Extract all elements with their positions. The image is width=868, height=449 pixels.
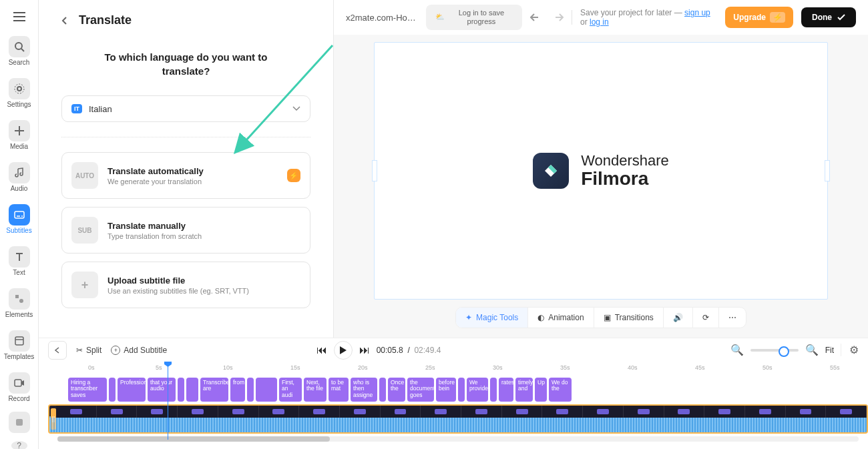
subtitle-clip[interactable]: timely and <box>515 378 533 402</box>
subtitle-clip[interactable]: that your audio <box>148 378 176 402</box>
ruler-tick: 40s <box>628 364 638 371</box>
zoom-in-button[interactable]: 🔍 <box>805 344 819 356</box>
time-ruler: 0s5s10s15s20s25s30s35s40s45s50s55s1m <box>48 364 868 374</box>
subtitle-clip[interactable]: before bein <box>436 378 456 402</box>
subtitle-clip[interactable] <box>256 378 277 402</box>
option-subtitle: We generate your translation <box>107 177 278 185</box>
ruler-tick: 45s <box>695 364 705 371</box>
back-button[interactable] <box>60 16 69 25</box>
done-button[interactable]: Done <box>801 7 856 27</box>
auto-thumb: AUTO <box>71 162 98 189</box>
fit-button[interactable]: Fit <box>825 346 834 355</box>
subtitle-clip[interactable] <box>490 378 497 402</box>
play-button[interactable] <box>334 341 353 360</box>
record-icon <box>9 372 30 394</box>
sidebar-item-audio[interactable]: Audio <box>0 158 38 196</box>
sidebar-item-settings[interactable]: Settings <box>0 74 38 112</box>
sidebar-item-elements[interactable]: Elements <box>0 284 38 322</box>
volume-button[interactable]: 🔊 <box>664 308 693 328</box>
zoom-out-button[interactable]: 🔍 <box>730 344 744 356</box>
subtitle-clip[interactable]: rates <box>499 378 513 402</box>
sidebar-item-search[interactable]: Search <box>0 32 38 70</box>
login-link[interactable]: log in <box>590 17 609 27</box>
subtitle-track[interactable]: Hiring a transcriber savesProfessionalth… <box>48 378 868 402</box>
translate-manual-option[interactable]: SUB Translate manually Type translation … <box>61 207 310 254</box>
sidebar-label: Elements <box>5 311 33 318</box>
animation-icon: ◐ <box>537 313 544 322</box>
sidebar-label: Record <box>8 395 29 402</box>
subtitle-clip[interactable]: Hiring a transcriber saves <box>68 378 107 402</box>
preview-area: x2mate.com-How to... ⛅ Log in to save pr… <box>334 0 868 338</box>
subtitle-clip[interactable]: from <box>230 378 245 402</box>
subtitle-clip[interactable] <box>186 378 198 402</box>
subtitle-clip[interactable] <box>379 378 386 402</box>
login-chip[interactable]: ⛅ Log in to save progress <box>426 5 522 30</box>
speed-icon: ⟳ <box>702 313 709 322</box>
subtitle-clip[interactable] <box>109 378 116 402</box>
upload-thumb: + <box>71 272 98 298</box>
video-track[interactable]: || <box>48 404 868 434</box>
subtitle-clip[interactable]: First, an audi <box>279 378 302 402</box>
add-subtitle-button[interactable]: +Add Subtitle <box>111 346 167 355</box>
sub-thumb: SUB <box>71 217 98 244</box>
svg-point-0 <box>15 43 22 49</box>
timeline[interactable]: 0s5s10s15s20s25s30s35s40s45s50s55s1m Hir… <box>39 362 868 449</box>
sidebar-item-media[interactable]: Media <box>0 116 38 154</box>
collapse-button[interactable] <box>48 341 67 360</box>
check-icon <box>837 14 845 21</box>
sidebar-item-text[interactable]: Text <box>0 242 38 280</box>
subtitle-clip[interactable]: Transcribers are <box>200 378 228 402</box>
svg-point-2 <box>15 84 24 93</box>
animation-button[interactable]: ◐Animation <box>528 308 594 328</box>
lang-badge: IT <box>71 104 82 113</box>
undo-button[interactable] <box>530 13 542 22</box>
sidebar-item-record[interactable]: Record <box>0 368 38 406</box>
subtitle-clip[interactable]: to be mat <box>329 378 349 402</box>
skip-forward-button[interactable]: ⏭ <box>359 344 370 356</box>
gear-icon <box>9 78 30 99</box>
zoom-slider[interactable] <box>750 349 799 352</box>
skip-back-button[interactable]: ⏮ <box>316 344 327 356</box>
upload-subtitle-option[interactable]: + Upload subtitle file Use an existing s… <box>61 262 310 308</box>
subtitle-clip[interactable] <box>178 378 184 402</box>
chevron-down-icon <box>292 106 300 111</box>
preview-canvas[interactable]: Wondershare Filmora <box>374 42 828 300</box>
svg-point-1 <box>17 87 21 91</box>
bolt-icon: ⚡ <box>770 12 785 23</box>
transitions-icon: ▣ <box>604 313 611 322</box>
upgrade-button[interactable]: Upgrade⚡ <box>725 7 793 28</box>
sidebar-item-subtitles[interactable]: Subtitles <box>0 200 38 238</box>
help-icon[interactable]: ? <box>11 441 27 449</box>
subtitle-clip[interactable]: who is then assigne <box>351 378 377 402</box>
subtitle-clip[interactable] <box>458 378 465 402</box>
subtitle-clip[interactable]: We do the <box>549 378 572 402</box>
app-sidebar: Search Settings Media Audio Subtitles Te… <box>0 0 39 449</box>
menu-icon[interactable] <box>13 5 25 28</box>
language-select[interactable]: IT Italian <box>61 95 310 122</box>
signup-link[interactable]: sign up <box>684 8 710 17</box>
speed-button[interactable]: ⟳ <box>693 308 719 328</box>
sidebar-item-more[interactable] <box>0 408 38 437</box>
horizontal-scrollbar[interactable] <box>57 436 859 442</box>
translate-auto-option[interactable]: AUTO Translate automatically We generate… <box>61 152 310 199</box>
bolt-icon: ⚡ <box>287 169 300 182</box>
subtitle-clip[interactable]: We provide <box>467 378 488 402</box>
subtitle-clip[interactable]: the document goes <box>407 378 434 402</box>
subtitle-clip[interactable]: Up <box>535 378 547 402</box>
subtitle-clip[interactable] <box>247 378 254 402</box>
redo-button[interactable] <box>552 13 564 22</box>
subtitle-clip[interactable]: Once the <box>388 378 405 402</box>
subtitle-clip[interactable]: Professional <box>118 378 146 402</box>
magic-tools-button[interactable]: ✦Magic Tools <box>456 308 528 328</box>
split-button[interactable]: ✂Split <box>76 346 101 355</box>
subtitle-clip[interactable]: Next, the file <box>304 378 327 402</box>
transitions-button[interactable]: ▣Transitions <box>594 308 664 328</box>
preview-toolbar: ✦Magic Tools ◐Animation ▣Transitions 🔊 ⟳… <box>334 300 868 338</box>
sidebar-label: Subtitles <box>6 227 31 234</box>
playhead[interactable] <box>168 362 168 440</box>
sidebar-item-templates[interactable]: Templates <box>0 326 38 364</box>
project-name: x2mate.com-How to... <box>346 13 418 23</box>
more-button[interactable]: ⋯ <box>719 308 746 328</box>
timeline-settings-button[interactable]: ⚙ <box>841 344 859 356</box>
divider <box>61 137 310 137</box>
